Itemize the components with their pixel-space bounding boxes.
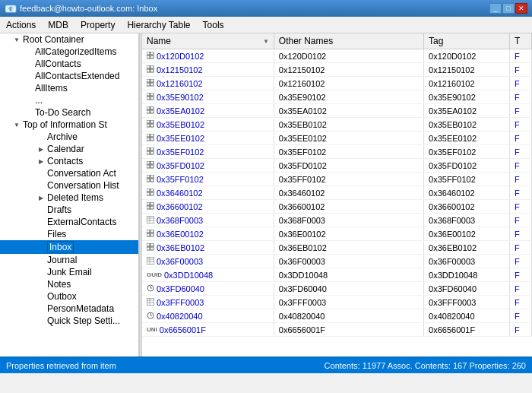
tree-item-notes[interactable]: Notes <box>0 278 138 290</box>
table-row[interactable]: 0x364601020x364601020x36460102F <box>142 186 532 200</box>
cell-other: 0x120D0102 <box>274 49 424 62</box>
tree-item-label: Contacts <box>47 156 83 166</box>
col-header-other[interactable]: Other Names <box>274 33 424 49</box>
tree-item-archive[interactable]: Archive <box>0 131 138 143</box>
col-header-tag[interactable]: Tag <box>424 33 510 49</box>
tree-item-label: ... <box>35 95 43 106</box>
tree-item-conversationact[interactable]: Conversation Act <box>0 167 138 179</box>
table-row[interactable]: 0x408200400x408200400x40820040F <box>142 309 532 323</box>
tree-item-allitems[interactable]: AllItems <box>0 82 138 94</box>
table-row[interactable]: 0x36EB01020x36EB01020x36EB0102F <box>142 241 532 255</box>
tree-item-junkemail[interactable]: Junk Email <box>0 266 138 278</box>
tree-item-contacts[interactable]: ▶Contacts <box>0 155 138 167</box>
tree-item-label: Drafts <box>47 204 71 215</box>
table-row[interactable]: 0x35E901020x35E901020x35E90102F <box>142 90 532 104</box>
tree-item-label: Files <box>47 229 66 239</box>
table-row[interactable]: 0x36E001020x36E001020x36E00102F <box>142 227 532 241</box>
cell-other: 0x40820040 <box>274 309 424 322</box>
table-row[interactable]: 0x3FD600400x3FD600400x3FD60040F <box>142 282 532 296</box>
tree-expand-icon[interactable]: ▶ <box>36 157 46 166</box>
tree-item-journal[interactable]: Journal <box>0 254 138 266</box>
table-row[interactable]: 0x121601020x121601020x12160102F <box>142 77 532 90</box>
cell-name: 0x36460102 <box>142 186 274 199</box>
cell-tag: 0x3DD10048 <box>424 268 510 281</box>
table-row[interactable]: UNI0x6656001F0x6656001F0x6656001FF <box>142 323 532 337</box>
cell-name: 0x36600102 <box>142 200 274 213</box>
svg-rect-56 <box>147 243 150 246</box>
minimize-button[interactable]: _ <box>489 3 502 14</box>
svg-rect-10 <box>147 83 150 86</box>
tree-item-quickstep[interactable]: Quick Step Setti... <box>0 315 138 327</box>
tree-item-conversationhist[interactable]: Conversation Hist <box>0 179 138 192</box>
tree-item-allcontacts[interactable]: AllContacts <box>0 58 138 70</box>
cell-type: F <box>510 145 532 158</box>
table-row[interactable]: 0x368F00030x368F00030x368F0003F <box>142 214 532 227</box>
svg-rect-60 <box>147 257 154 265</box>
table-row[interactable]: 0x35EA01020x35EA01020x35EA0102F <box>142 104 532 118</box>
tree-item-deleteditems[interactable]: ▶Deleted Items <box>0 192 138 204</box>
table-row[interactable]: 0x121501020x121501020x12150102F <box>142 63 532 77</box>
svg-rect-26 <box>147 138 150 141</box>
cell-tag: 0x36EB0102 <box>424 241 510 254</box>
svg-rect-3 <box>150 55 154 59</box>
col-header-name[interactable]: Name ▼ <box>142 33 274 49</box>
tree-item-allcontactsext[interactable]: AllContactsExtended <box>0 70 138 82</box>
svg-rect-58 <box>147 247 150 250</box>
main-content: ▼Root ContainerAllCategorizedItemsAllCon… <box>0 33 532 357</box>
svg-rect-11 <box>150 83 154 86</box>
menu-actions[interactable]: Actions <box>0 17 42 33</box>
tree-item-label: AllItems <box>35 83 68 93</box>
tree-item-calendar[interactable]: ▶Calendar <box>0 143 138 155</box>
cell-name: 0x3FFF0003 <box>142 296 274 309</box>
table-row[interactable]: 0x366001020x366001020x36600102F <box>142 200 532 214</box>
table-row[interactable]: GUID0x3DD100480x3DD100480x3DD10048F <box>142 268 532 282</box>
tree-item-personmetadata[interactable]: PersonMetadata <box>0 303 138 315</box>
close-button[interactable]: ✕ <box>515 3 527 14</box>
tree-item-inbox[interactable]: Inbox <box>0 240 138 254</box>
row-type-icon <box>147 106 154 116</box>
table-row[interactable]: 0x35FD01020x35FD01020x35FD0102F <box>142 159 532 173</box>
table-row[interactable]: 0x120D01020x120D01020x120D0102F <box>142 49 532 63</box>
menu-tools[interactable]: Tools <box>197 17 230 33</box>
row-type-icon <box>147 134 154 143</box>
tree-item-root[interactable]: ▼Root Container <box>0 33 138 46</box>
row-type-icon <box>147 216 154 225</box>
tree-item-dots[interactable]: ... <box>0 94 138 106</box>
table-row[interactable]: 0x35EB01020x35EB01020x35EB0102F <box>142 118 532 132</box>
tree-expand-icon[interactable]: ▼ <box>12 120 21 129</box>
table-row[interactable]: 0x35EE01020x35EE01020x35EE0102F <box>142 132 532 145</box>
svg-rect-39 <box>150 179 154 182</box>
menu-property[interactable]: Property <box>74 17 121 33</box>
cell-type: F <box>510 77 532 90</box>
tree-expand-icon[interactable]: ▶ <box>36 144 46 154</box>
menu-hierarchy-table[interactable]: Hierarchy Table <box>121 17 196 33</box>
tree-item-outbox[interactable]: Outbox <box>0 290 138 303</box>
table-row[interactable]: 0x3FFF00030x3FFF00030x3FFF0003F <box>142 296 532 309</box>
maximize-button[interactable]: □ <box>502 3 515 14</box>
tree-item-files[interactable]: Files <box>0 228 138 240</box>
table-row[interactable]: 0x35EF01020x35EF01020x35EF0102F <box>142 145 532 159</box>
cell-tag: 0x40820040 <box>424 309 510 322</box>
svg-rect-9 <box>150 79 154 82</box>
row-type-icon <box>147 257 154 266</box>
tree-item-externalcontacts[interactable]: ExternalContacts <box>0 216 138 228</box>
title-bar: 📧 feedback@howto-outlook.com: Inbox _ □ … <box>0 0 532 17</box>
col-header-t[interactable]: T <box>510 33 532 49</box>
table-row[interactable]: 0x36F000030x36F000030x36F00003F <box>142 255 532 268</box>
tree-item-todosearch[interactable]: To-Do Search <box>0 106 138 119</box>
tree-item-allcategorized[interactable]: AllCategorizedItems <box>0 46 138 58</box>
menu-mdb[interactable]: MDB <box>42 17 74 33</box>
tree-item-drafts[interactable]: Drafts <box>0 204 138 216</box>
cell-other: 0x35EE0102 <box>274 132 424 144</box>
tree-item-topinfo[interactable]: ▼Top of Information St <box>0 119 138 131</box>
cell-tag: 0x35EF0102 <box>424 145 510 158</box>
svg-rect-17 <box>150 106 154 109</box>
cell-type: F <box>510 200 532 213</box>
svg-rect-33 <box>150 161 154 164</box>
tree-expand-icon[interactable]: ▼ <box>12 35 21 44</box>
svg-rect-29 <box>150 147 154 151</box>
svg-rect-7 <box>150 69 154 72</box>
tree-expand-icon[interactable]: ▶ <box>36 193 46 202</box>
cell-name: 0x12160102 <box>142 77 274 90</box>
table-row[interactable]: 0x35FF01020x35FF01020x35FF0102F <box>142 173 532 186</box>
